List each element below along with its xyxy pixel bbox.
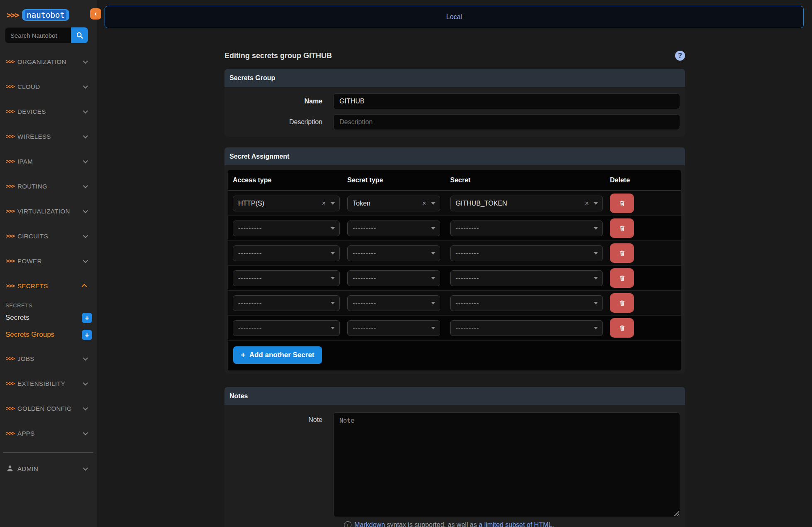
add-secrets-group-quick-button[interactable]: + <box>82 330 92 340</box>
sidebar-item-label: ADMIN <box>17 465 83 472</box>
search-icon <box>76 31 84 39</box>
sidebar-item-devices[interactable]: >>> DEVICES <box>0 99 97 124</box>
select-placeholder: --------- <box>353 225 376 232</box>
search-bar <box>5 27 88 43</box>
chevron-left-icon: ‹ <box>95 10 97 17</box>
sidebar-item-secrets-groups-link[interactable]: Secrets Groups + <box>0 327 97 343</box>
select-placeholder: --------- <box>456 225 479 232</box>
access-type-select[interactable]: --------- <box>233 295 340 311</box>
secret-type-select[interactable]: --------- <box>347 221 440 236</box>
sidebar-item-organization[interactable]: >>> ORGANIZATION <box>0 49 97 74</box>
triple-chevron-icon: >>> <box>6 83 17 90</box>
chevron-down-icon <box>331 202 335 205</box>
delete-row-button[interactable] <box>610 293 634 313</box>
search-button[interactable] <box>71 27 88 43</box>
column-header-secret: Secret <box>450 176 610 184</box>
markdown-link[interactable]: Markdown <box>354 521 385 527</box>
help-icon[interactable]: ? <box>675 51 685 61</box>
sidebar-item-virtualization[interactable]: >>> VIRTUALIZATION <box>0 199 97 223</box>
sidebar-collapse-button[interactable]: ‹ <box>90 8 101 20</box>
triple-chevron-icon: >>> <box>6 133 17 140</box>
select-placeholder: --------- <box>456 250 479 257</box>
sidebar-item-jobs[interactable]: >>> JOBS <box>0 346 97 371</box>
sidebar-item-cloud[interactable]: >>> CLOUD <box>0 74 97 99</box>
triple-chevron-icon: >>> <box>6 257 17 264</box>
secret-select[interactable]: --------- <box>450 245 603 261</box>
clear-icon[interactable]: × <box>322 200 326 207</box>
secret-type-select[interactable]: --------- <box>347 245 440 261</box>
secret-select[interactable]: --------- <box>450 295 603 311</box>
notes-panel: Notes Note i Markdown syntax is supporte… <box>224 387 685 527</box>
delete-row-button[interactable] <box>610 218 634 238</box>
access-type-select[interactable]: HTTP(S) × <box>233 196 340 211</box>
access-type-select[interactable]: --------- <box>233 320 340 336</box>
sidebar-item-golden-config[interactable]: >>> GOLDEN CONFIG <box>0 396 97 421</box>
secret-type-select[interactable]: Token × <box>347 196 440 211</box>
add-another-secret-label: Add another Secret <box>249 351 315 359</box>
sidebar-item-secrets-link[interactable]: Secrets + <box>0 310 97 326</box>
chevron-down-icon <box>83 257 88 263</box>
secret-select[interactable]: GITHUB_TOKEN × <box>450 196 603 211</box>
sidebar-item-label: DEVICES <box>17 108 83 115</box>
chevron-down-icon <box>83 233 88 238</box>
access-type-select[interactable]: --------- <box>233 221 340 236</box>
secret-type-select[interactable]: --------- <box>347 295 440 311</box>
sidebar-item-power[interactable]: >>> POWER <box>0 248 97 273</box>
submenu-item-label: Secrets Groups <box>5 331 54 339</box>
chevron-down-icon <box>431 227 435 230</box>
sidebar-item-routing[interactable]: >>> ROUTING <box>0 174 97 199</box>
add-secret-quick-button[interactable]: + <box>82 313 92 323</box>
sidebar-divider <box>3 452 93 453</box>
plus-icon: + <box>85 331 89 338</box>
secrets-submenu: SECRETS Secrets + Secrets Groups + <box>0 298 97 343</box>
chevron-down-icon <box>331 327 335 329</box>
description-field[interactable] <box>333 114 680 130</box>
triple-chevron-icon: >>> <box>6 380 17 387</box>
sidebar-item-secrets[interactable]: >>> SECRETS <box>0 273 97 298</box>
page-title: Editing secrets group GITHUB <box>224 51 332 60</box>
sidebar-item-label: IPAM <box>17 158 83 165</box>
trash-icon <box>619 249 626 257</box>
sidebar-item-ipam[interactable]: >>> IPAM <box>0 149 97 174</box>
select-placeholder: --------- <box>238 225 262 232</box>
delete-row-button[interactable] <box>610 268 634 288</box>
access-type-select[interactable]: --------- <box>233 270 340 286</box>
sidebar-item-extensibility[interactable]: >>> EXTENSIBILITY <box>0 371 97 396</box>
name-row: Name <box>229 93 680 109</box>
name-field[interactable] <box>333 93 680 109</box>
banner-local-link[interactable]: Local <box>446 13 462 21</box>
secret-select[interactable]: --------- <box>450 320 603 336</box>
column-header-secret-type: Secret type <box>347 176 450 184</box>
secret-select[interactable]: --------- <box>450 221 603 236</box>
chevron-down-icon <box>594 327 598 329</box>
delete-row-button[interactable] <box>610 243 634 263</box>
delete-row-button[interactable] <box>610 318 634 338</box>
clear-icon[interactable]: × <box>585 200 589 207</box>
html-subset-link[interactable]: a limited subset of HTML <box>479 521 552 527</box>
markdown-hint: i Markdown syntax is supported, as well … <box>344 521 680 527</box>
sidebar-item-circuits[interactable]: >>> CIRCUITS <box>0 223 97 248</box>
select-placeholder: --------- <box>238 275 262 282</box>
table-row: HTTP(S) × Token × GITHUB_TOKEN <box>228 191 681 216</box>
sidebar-item-apps[interactable]: >>> APPS <box>0 421 97 446</box>
add-another-secret-button[interactable]: + Add another Secret <box>233 346 322 364</box>
triple-chevron-icon: >>> <box>6 430 17 436</box>
logo-text: nautobot <box>25 10 66 20</box>
access-type-select[interactable]: --------- <box>233 245 340 261</box>
sidebar-item-wireless[interactable]: >>> WIRELESS <box>0 124 97 149</box>
chevron-down-icon <box>331 227 335 230</box>
clear-icon[interactable]: × <box>422 200 426 207</box>
user-icon <box>6 464 17 473</box>
notes-body: Note i Markdown syntax is supported, as … <box>224 405 685 527</box>
secret-type-select[interactable]: --------- <box>347 320 440 336</box>
secret-type-select[interactable]: --------- <box>347 270 440 286</box>
trash-icon <box>619 324 626 332</box>
search-input[interactable] <box>5 27 71 43</box>
note-textarea[interactable] <box>333 412 680 517</box>
secret-select[interactable]: --------- <box>450 270 603 286</box>
delete-row-button[interactable] <box>610 194 634 213</box>
chevron-down-icon <box>83 355 88 360</box>
sidebar-item-admin[interactable]: ADMIN <box>0 457 97 480</box>
nautobot-logo[interactable]: >>> nautobot <box>0 0 97 21</box>
description-label: Description <box>229 118 333 126</box>
